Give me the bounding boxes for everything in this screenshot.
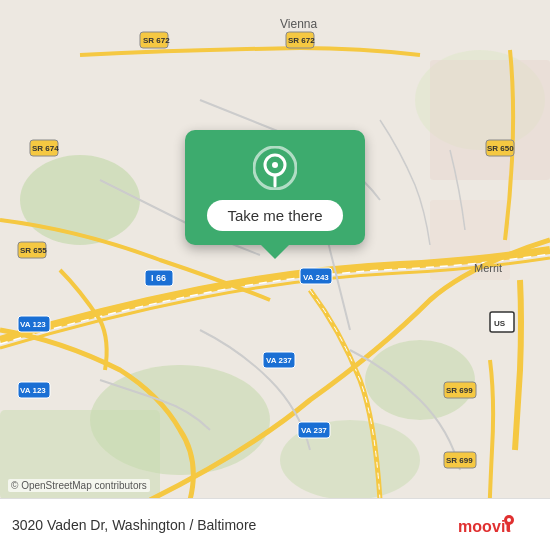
popup-card: Take me there [185,130,365,245]
svg-text:Vienna: Vienna [280,17,317,31]
svg-point-41 [272,162,278,168]
svg-text:SR 672: SR 672 [143,36,170,45]
copyright-notice: © OpenStreetMap contributors [8,479,150,492]
moovit-icon: moo vit [458,510,538,540]
moovit-logo: moo vit [458,510,538,540]
svg-text:SR 672: SR 672 [288,36,315,45]
svg-text:VA 123: VA 123 [20,386,46,395]
svg-point-45 [507,518,511,522]
svg-text:VA 237: VA 237 [266,356,292,365]
svg-text:Merrit: Merrit [474,262,502,274]
svg-rect-7 [430,60,550,180]
location-pin-icon [253,146,297,190]
take-me-there-button[interactable]: Take me there [207,200,342,231]
svg-text:SR 699: SR 699 [446,386,473,395]
svg-text:VA 243: VA 243 [303,273,329,282]
svg-text:SR 650: SR 650 [487,144,514,153]
svg-point-3 [365,340,475,420]
svg-point-1 [20,155,140,245]
svg-text:VA 237: VA 237 [301,426,327,435]
svg-text:moo: moo [458,518,492,535]
svg-text:I 66: I 66 [151,273,166,283]
svg-text:SR 674: SR 674 [32,144,59,153]
svg-text:SR 699: SR 699 [446,456,473,465]
address-label: 3020 Vaden Dr, Washington / Baltimore [12,517,256,533]
svg-text:VA 123: VA 123 [20,320,46,329]
svg-text:US: US [494,319,506,328]
bottom-bar: 3020 Vaden Dr, Washington / Baltimore mo… [0,498,550,550]
svg-text:SR 655: SR 655 [20,246,47,255]
map-container: I 66 VA 243 VA 237 VA 237 VA 123 VA 123 … [0,0,550,550]
